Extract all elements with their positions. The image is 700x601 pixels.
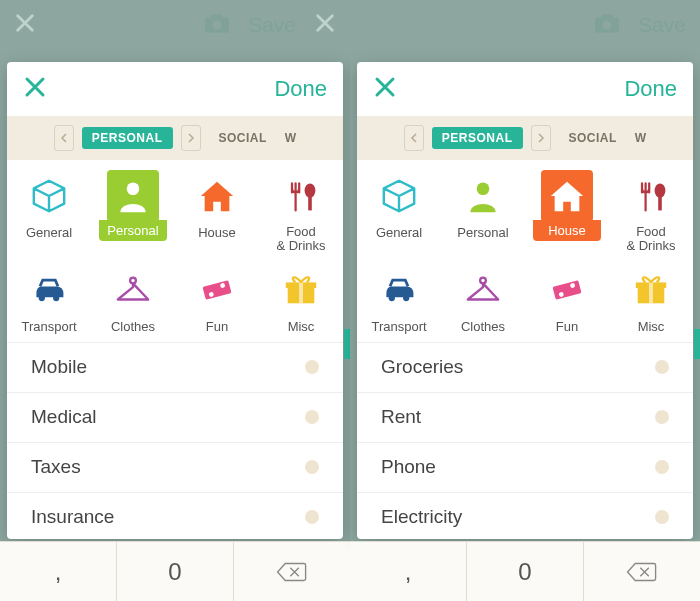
close-icon[interactable] — [373, 75, 397, 103]
save-button[interactable]: Save — [638, 13, 686, 37]
numpad-row: , 0 — [350, 541, 700, 601]
tab-personal[interactable]: PERSONAL — [82, 127, 173, 149]
camera-icon[interactable] — [594, 12, 620, 38]
list-item[interactable]: Insurance — [7, 492, 343, 539]
close-icon[interactable] — [14, 12, 36, 38]
tab-social[interactable]: SOCIAL — [209, 127, 277, 149]
accent-bar — [694, 329, 700, 359]
cat-general[interactable]: General — [357, 166, 441, 260]
cat-misc[interactable]: Misc — [609, 260, 693, 340]
key-zero[interactable]: 0 — [467, 542, 584, 601]
list-item[interactable]: Rent — [357, 392, 693, 442]
tab-clipped[interactable]: W — [285, 131, 296, 145]
screen-left: Save Done PERSONAL SOCIAL W General Pers… — [0, 0, 350, 601]
done-button[interactable]: Done — [624, 76, 677, 102]
dot-icon — [305, 410, 319, 424]
cat-transport[interactable]: Transport — [7, 260, 91, 340]
list-item[interactable]: Mobile — [7, 342, 343, 392]
category-grid: General Personal House Food & Drinks Tra… — [7, 160, 343, 342]
cat-fun[interactable]: Fun — [175, 260, 259, 340]
dot-icon — [655, 510, 669, 524]
topbar: Save — [0, 0, 350, 50]
tab-strip: PERSONAL SOCIAL W — [7, 116, 343, 160]
key-comma[interactable]: , — [0, 542, 117, 601]
cat-misc[interactable]: Misc — [259, 260, 343, 340]
list-item[interactable]: Phone — [357, 442, 693, 492]
topbar: Save — [350, 0, 700, 50]
save-button[interactable]: Save — [248, 13, 296, 37]
chevron-right-icon[interactable] — [181, 125, 201, 151]
subcategory-list[interactable]: Groceries Rent Phone Electricity — [357, 342, 693, 539]
list-item[interactable]: Taxes — [7, 442, 343, 492]
cat-clothes[interactable]: Clothes — [441, 260, 525, 340]
category-grid: General Personal House Food & Drinks Tra… — [357, 160, 693, 342]
cat-house[interactable]: House — [525, 166, 609, 260]
category-sheet: Done PERSONAL SOCIAL W General Personal … — [357, 62, 693, 539]
dot-icon — [305, 510, 319, 524]
key-backspace[interactable] — [584, 542, 700, 601]
cat-fun[interactable]: Fun — [525, 260, 609, 340]
cat-general[interactable]: General — [7, 166, 91, 260]
tab-strip: PERSONAL SOCIAL W — [357, 116, 693, 160]
subcategory-list[interactable]: Mobile Medical Taxes Insurance — [7, 342, 343, 539]
cat-transport[interactable]: Transport — [357, 260, 441, 340]
screen-right: Save Done PERSONAL SOCIAL W General Pers… — [350, 0, 700, 601]
camera-icon[interactable] — [204, 12, 230, 38]
tab-personal[interactable]: PERSONAL — [432, 127, 523, 149]
key-backspace[interactable] — [234, 542, 350, 601]
dot-icon — [305, 460, 319, 474]
category-sheet: Done PERSONAL SOCIAL W General Personal … — [7, 62, 343, 539]
key-zero[interactable]: 0 — [117, 542, 234, 601]
done-button[interactable]: Done — [274, 76, 327, 102]
list-item[interactable]: Groceries — [357, 342, 693, 392]
close-icon[interactable] — [23, 75, 47, 103]
cat-food[interactable]: Food & Drinks — [609, 166, 693, 260]
tab-clipped[interactable]: W — [635, 131, 646, 145]
cat-food[interactable]: Food & Drinks — [259, 166, 343, 260]
tab-social[interactable]: SOCIAL — [559, 127, 627, 149]
cat-clothes[interactable]: Clothes — [91, 260, 175, 340]
chevron-right-icon[interactable] — [531, 125, 551, 151]
cat-personal[interactable]: Personal — [91, 166, 175, 260]
dot-icon — [305, 360, 319, 374]
dot-icon — [655, 460, 669, 474]
chevron-left-icon[interactable] — [404, 125, 424, 151]
close-icon[interactable] — [314, 12, 336, 38]
dot-icon — [655, 360, 669, 374]
cat-personal[interactable]: Personal — [441, 166, 525, 260]
list-item[interactable]: Medical — [7, 392, 343, 442]
chevron-left-icon[interactable] — [54, 125, 74, 151]
list-item[interactable]: Electricity — [357, 492, 693, 539]
numpad-row: , 0 — [0, 541, 350, 601]
key-comma[interactable]: , — [350, 542, 467, 601]
dot-icon — [655, 410, 669, 424]
cat-house[interactable]: House — [175, 166, 259, 260]
